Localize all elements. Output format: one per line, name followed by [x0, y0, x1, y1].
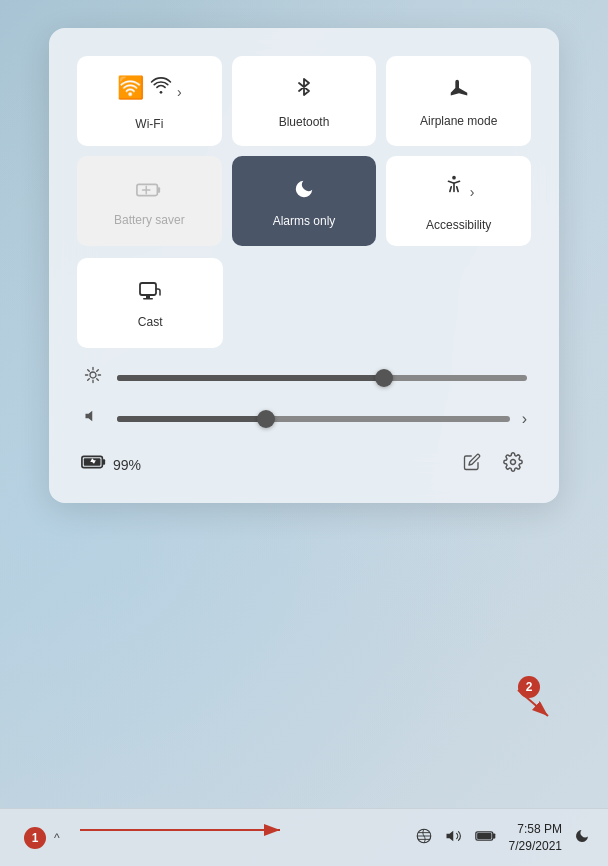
taskbar-left-icons: 1 ^ — [24, 827, 60, 849]
brightness-slider[interactable] — [117, 375, 527, 381]
taskbar-clock[interactable]: 7:58 PM 7/29/2021 — [509, 821, 562, 855]
svg-rect-8 — [102, 459, 105, 465]
taskbar-volume-icon[interactable] — [445, 827, 463, 849]
annotation-circle-1: 1 — [24, 827, 46, 849]
tile-cast[interactable]: Cast — [77, 258, 223, 348]
brightness-icon — [81, 366, 105, 389]
taskbar-globe-icon[interactable] — [415, 827, 433, 849]
wifi-chevron: › — [177, 84, 182, 100]
svg-rect-13 — [492, 833, 495, 838]
quick-settings-panel: 🛜 › Wi-Fi Bluetooth — [49, 28, 559, 503]
tile-alarms[interactable]: Alarms only — [232, 156, 377, 246]
cast-label: Cast — [138, 315, 163, 329]
wifi-icon: 🛜 — [117, 75, 172, 101]
sliders-section: › — [77, 366, 531, 430]
taskbar-time: 7:58 PM — [517, 821, 562, 838]
taskbar-caret-icon[interactable]: ^ — [54, 831, 60, 845]
volume-expand-icon[interactable]: › — [522, 410, 527, 428]
alarms-label: Alarms only — [273, 214, 336, 228]
battery-saver-label: Battery saver — [114, 213, 185, 227]
tile-wifi[interactable]: 🛜 › Wi-Fi — [77, 56, 222, 146]
battery-saver-icon — [136, 179, 162, 205]
volume-slider-row: › — [81, 407, 527, 430]
battery-percent: 99% — [113, 457, 141, 473]
battery-charging-icon — [81, 453, 107, 476]
svg-rect-3 — [140, 283, 156, 295]
accessibility-label: Accessibility — [426, 218, 491, 232]
svg-rect-14 — [477, 833, 491, 839]
bottom-actions — [459, 448, 527, 481]
tile-accessibility[interactable]: › Accessibility — [386, 156, 531, 246]
svg-point-2 — [452, 176, 456, 180]
svg-rect-5 — [143, 298, 153, 300]
taskbar-date: 7/29/2021 — [509, 838, 562, 855]
volume-icon — [81, 407, 105, 430]
airplane-icon — [448, 78, 470, 106]
bottom-bar: 99% — [77, 448, 531, 481]
bluetooth-icon — [295, 77, 313, 107]
tile-battery-saver[interactable]: Battery saver — [77, 156, 222, 246]
taskbar: 1 ^ 7:58 PM 7/29/2021 — [0, 808, 608, 866]
battery-info: 99% — [81, 453, 141, 476]
settings-button[interactable] — [499, 448, 527, 481]
cast-icon — [138, 281, 162, 307]
bluetooth-label: Bluetooth — [279, 115, 330, 129]
svg-point-6 — [90, 372, 96, 378]
tile-bluetooth[interactable]: Bluetooth — [232, 56, 377, 146]
taskbar-battery-icon[interactable] — [475, 829, 497, 847]
svg-rect-1 — [158, 187, 161, 193]
taskbar-moon-icon[interactable] — [574, 828, 590, 848]
edit-button[interactable] — [459, 449, 485, 480]
annotation-circle-2: 2 — [518, 676, 540, 698]
tile-airplane[interactable]: Airplane mode — [386, 56, 531, 146]
brightness-slider-row — [81, 366, 527, 389]
svg-point-10 — [511, 460, 516, 465]
accessibility-icon — [443, 174, 465, 202]
tiles-grid: 🛜 › Wi-Fi Bluetooth — [77, 56, 531, 246]
moon-icon — [293, 178, 315, 206]
volume-slider[interactable] — [117, 416, 510, 422]
wifi-label: Wi-Fi — [135, 117, 163, 131]
accessibility-chevron: › — [470, 184, 475, 200]
airplane-label: Airplane mode — [420, 114, 497, 128]
svg-rect-4 — [146, 295, 150, 298]
